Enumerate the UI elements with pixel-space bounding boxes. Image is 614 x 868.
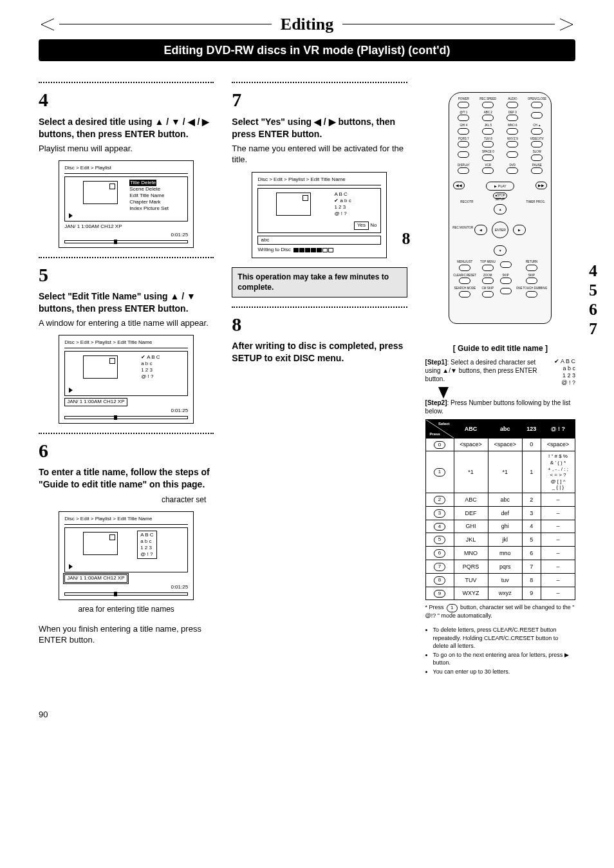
step-7-number: 7 (232, 87, 407, 113)
step-5-heading: Select "Edit Title Name" using ▲ / ▼ but… (39, 290, 214, 315)
play-icon (69, 213, 73, 218)
guide-header-symbol: @ ! ? (541, 419, 575, 438)
screen-step5: Disc > Edit > Playlist > Edit Title Name… (59, 335, 194, 423)
page-title: Editing (275, 13, 339, 35)
callout-8: 8 (402, 227, 411, 250)
step-5: 5 Select "Edit Title Name" using ▲ / ▼ b… (39, 262, 214, 424)
step-7-text: The name you entered will be activated f… (232, 143, 407, 165)
screen4-menu: Title Delete Scene Delete Edit Title Nam… (129, 180, 169, 212)
label-entry-area: area for entering title names (39, 604, 214, 614)
dpad-left: ◀ (474, 225, 487, 235)
screen6-status: JAN/ 1 1:00AM CH12 XP (64, 574, 127, 583)
step-7: 7 Select "Yes" using ◀ / ▶ buttons, then… (232, 87, 407, 297)
forward-icon: ▶▶ (535, 182, 547, 189)
screen-step4: Disc > Edit > Playlist Title Delete Scen… (59, 160, 194, 247)
progress-bar (64, 592, 188, 596)
screen7-charset: A B C a b c 1 2 3 @ ! ? (334, 191, 351, 217)
play-icon (69, 388, 73, 393)
arrow-left-ornament (39, 17, 55, 32)
yes-button: Yes (354, 222, 369, 230)
screen-step7: Disc > Edit > Playlist > Edit Title Name… (252, 172, 387, 258)
dpad-up: ▲ (494, 204, 507, 214)
guide-footnote: * Press 1 button, character set will be … (425, 604, 575, 619)
page-number: 90 (39, 709, 575, 721)
guide-step2: [Step2]: Press Number buttons following … (425, 399, 575, 415)
progress-bar (64, 416, 188, 419)
screen-step6: Disc > Edit > Playlist > Edit Title Name… (59, 511, 194, 599)
step-4: 4 Select a desired title using ▲ / ▼ / ◀… (39, 87, 214, 247)
step-8-heading: After writing to disc is completed, pres… (232, 340, 407, 364)
progress-bar (64, 240, 188, 243)
step-4-number: 4 (39, 87, 214, 113)
play-icon (69, 564, 73, 569)
dpad-right: ▶ (513, 225, 526, 235)
dpad-icon: ▲ ▼ ◀ ▶ ENTER REC/OTR SETUP TIMER PROG. … (474, 204, 526, 256)
dpad-enter: ENTER (492, 222, 508, 238)
step-8: 8 After writing to disc is completed, pr… (232, 312, 407, 364)
thumbnail-icon (83, 181, 118, 204)
screen7-input: abc (257, 236, 381, 245)
screen4-timer: 0:01:25 (64, 232, 188, 239)
arrow-down-icon (438, 387, 449, 399)
guide-table: Select Press ABC abc 123 @ ! ? 0<space><… (425, 419, 575, 601)
remote-control-icon: POWERREC SPEEDAUDIOOPEN/CLOSE@!? 1ABC 2D… (449, 92, 552, 324)
step-5-number: 5 (39, 262, 214, 288)
guide-table-corner: Select Press (425, 419, 454, 438)
screen6-timer: 0:01:25 (64, 584, 188, 591)
guide-charset-list: A B C a b c 1 2 3 @ ! ? (554, 358, 575, 387)
step-4-heading: Select a desired title using ▲ / ▼ / ◀ /… (39, 116, 214, 140)
key-1-icon: 1 (447, 604, 457, 612)
screen5-timer: 0:01:25 (64, 408, 188, 415)
writing-progress-icon (293, 248, 333, 252)
screen7-writing: Writing to Disc (257, 247, 381, 254)
label-charset: character set (39, 495, 206, 505)
guide-section: [ Guide to edit title name ] A B C a b c… (425, 343, 575, 675)
rewind-icon: ◀◀ (453, 182, 465, 189)
page-subtitle: Editing DVD-RW discs in VR mode (Playlis… (39, 39, 575, 61)
screen6-breadcrumb: Disc > Edit > Playlist > Edit Title Name (64, 516, 188, 525)
column-3: 8 4 5 6 7 POWERREC SPEEDAUDIOOPEN/CLOSE@… (425, 73, 575, 677)
step-5-text: A window for entering a title name will … (39, 317, 214, 329)
column-1: 4 Select a desired title using ▲ / ▼ / ◀… (39, 73, 214, 646)
column-2: 7 Select "Yes" using ◀ / ▶ buttons, then… (232, 73, 407, 364)
operation-note: This operation may take a few minutes to… (232, 267, 407, 297)
yes-no-row: Yes No (354, 222, 377, 230)
step-6-heading: To enter a title name, follow the steps … (39, 466, 214, 491)
thumbnail-icon (276, 193, 311, 216)
thumbnail-icon (83, 532, 118, 555)
step-7-heading: Select "Yes" using ◀ / ▶ buttons, then p… (232, 116, 407, 140)
no-button: No (370, 222, 377, 228)
screen6-charset: A B C a b c 1 2 3 @ ! ? (137, 531, 156, 559)
thumbnail-icon (83, 355, 118, 379)
guide-bullets: To delete letters, press CLEAR/C.RESET b… (425, 626, 575, 675)
screen7-breadcrumb: Disc > Edit > Playlist > Edit Title Name (257, 176, 381, 185)
step-8-number: 8 (232, 312, 407, 338)
arrow-right-ornament (559, 17, 575, 32)
step-4-text: Playlist menu will appear. (39, 143, 214, 155)
callout-7: 7 (589, 317, 597, 340)
screen5-breadcrumb: Disc > Edit > Playlist > Edit Title Name (64, 339, 188, 348)
guide-title: [ Guide to edit title name ] (425, 343, 575, 354)
screen4-status: JAN/ 1 1:00AM CH12 XP (64, 223, 188, 231)
screen4-breadcrumb: Disc > Edit > Playlist (64, 165, 188, 174)
guide-header-123: 123 (522, 419, 541, 438)
step-6-text2: When you finish entering a title name, p… (39, 623, 214, 646)
guide-step1: A B C a b c 1 2 3 @ ! ? [Step1]: Select … (425, 358, 575, 399)
play-button-icon: ▶ PLAY (486, 182, 514, 191)
dpad-down: ▼ (494, 245, 507, 256)
header-title-row: Editing (39, 13, 575, 35)
remote-diagram: 8 4 5 6 7 POWERREC SPEEDAUDIOOPEN/CLOSE@… (425, 92, 575, 324)
step-6-number: 6 (39, 438, 214, 464)
screen5-status: JAN/ 1 1:00AM CH12 XP (64, 398, 127, 406)
step-6: 6 To enter a title name, follow the step… (39, 438, 214, 646)
screen5-charset: A B C a b c 1 2 3 @ ! ? (141, 354, 160, 380)
guide-header-abc-lower: abc (488, 419, 522, 438)
guide-header-abc: ABC (454, 419, 488, 438)
